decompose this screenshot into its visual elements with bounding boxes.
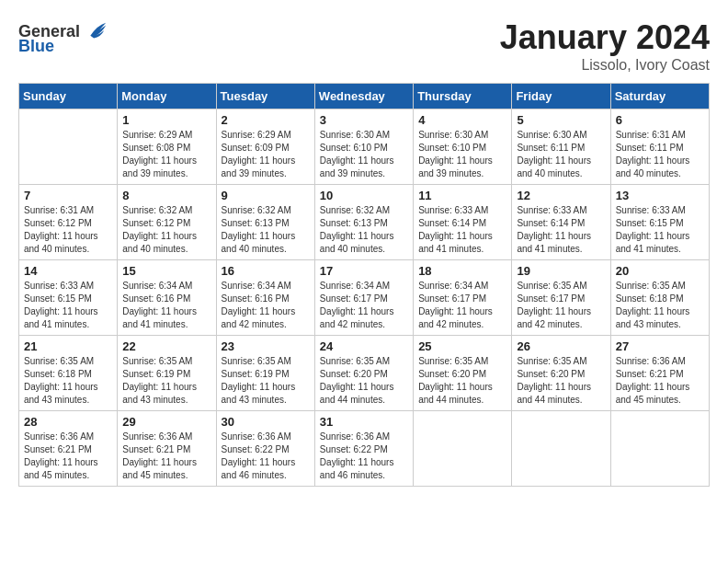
calendar-week-3: 14Sunrise: 6:33 AMSunset: 6:15 PMDayligh… <box>19 260 710 336</box>
cell-info-text: Sunrise: 6:35 AMSunset: 6:20 PMDaylight:… <box>418 355 506 407</box>
weekday-header-monday: Monday <box>118 84 216 109</box>
cell-info-text: Sunrise: 6:35 AMSunset: 6:19 PMDaylight:… <box>122 355 210 407</box>
cell-day-number: 17 <box>320 264 408 278</box>
cell-info-text: Sunrise: 6:36 AMSunset: 6:21 PMDaylight:… <box>616 355 704 407</box>
cell-day-number: 18 <box>418 264 506 278</box>
table-row: 18Sunrise: 6:34 AMSunset: 6:17 PMDayligh… <box>414 260 512 336</box>
cell-info-text: Sunrise: 6:36 AMSunset: 6:21 PMDaylight:… <box>122 431 210 482</box>
table-row: 19Sunrise: 6:35 AMSunset: 6:17 PMDayligh… <box>512 260 610 336</box>
table-row <box>610 411 709 487</box>
table-row: 16Sunrise: 6:34 AMSunset: 6:16 PMDayligh… <box>216 260 314 336</box>
cell-info-text: Sunrise: 6:34 AMSunset: 6:17 PMDaylight:… <box>418 280 506 331</box>
weekday-header-thursday: Thursday <box>414 84 512 109</box>
cell-info-text: Sunrise: 6:32 AMSunset: 6:12 PMDaylight:… <box>122 204 210 256</box>
table-row: 5Sunrise: 6:30 AMSunset: 6:11 PMDaylight… <box>512 109 610 185</box>
calendar-week-2: 7Sunrise: 6:31 AMSunset: 6:12 PMDaylight… <box>19 185 710 260</box>
weekday-header-sunday: Sunday <box>19 84 118 109</box>
cell-info-text: Sunrise: 6:29 AMSunset: 6:08 PMDaylight:… <box>122 129 210 180</box>
weekday-header-wednesday: Wednesday <box>314 84 413 109</box>
table-row: 11Sunrise: 6:33 AMSunset: 6:14 PMDayligh… <box>414 185 512 260</box>
cell-info-text: Sunrise: 6:33 AMSunset: 6:14 PMDaylight:… <box>517 204 605 256</box>
cell-day-number: 11 <box>418 189 506 202</box>
table-row: 12Sunrise: 6:33 AMSunset: 6:14 PMDayligh… <box>512 185 610 260</box>
table-row: 1Sunrise: 6:29 AMSunset: 6:08 PMDaylight… <box>118 109 216 185</box>
table-row: 21Sunrise: 6:35 AMSunset: 6:18 PMDayligh… <box>19 336 118 411</box>
weekday-header-tuesday: Tuesday <box>216 84 314 109</box>
calendar-header: SundayMondayTuesdayWednesdayThursdayFrid… <box>19 84 710 109</box>
table-row: 20Sunrise: 6:35 AMSunset: 6:18 PMDayligh… <box>610 260 709 336</box>
cell-day-number: 22 <box>122 339 210 353</box>
calendar-week-1: 1Sunrise: 6:29 AMSunset: 6:08 PMDaylight… <box>19 109 710 185</box>
cell-day-number: 29 <box>122 415 210 429</box>
cell-day-number: 26 <box>517 339 605 353</box>
cell-info-text: Sunrise: 6:31 AMSunset: 6:12 PMDaylight:… <box>24 204 112 256</box>
cell-info-text: Sunrise: 6:34 AMSunset: 6:16 PMDaylight:… <box>122 280 210 331</box>
calendar-week-5: 28Sunrise: 6:36 AMSunset: 6:21 PMDayligh… <box>19 411 710 487</box>
cell-info-text: Sunrise: 6:33 AMSunset: 6:15 PMDaylight:… <box>24 280 112 331</box>
cell-day-number: 25 <box>418 339 506 353</box>
table-row: 6Sunrise: 6:31 AMSunset: 6:11 PMDaylight… <box>610 109 709 185</box>
cell-day-number: 2 <box>222 113 310 127</box>
cell-info-text: Sunrise: 6:35 AMSunset: 6:18 PMDaylight:… <box>616 280 704 331</box>
cell-info-text: Sunrise: 6:32 AMSunset: 6:13 PMDaylight:… <box>320 204 408 256</box>
cell-info-text: Sunrise: 6:33 AMSunset: 6:14 PMDaylight:… <box>418 204 506 256</box>
cell-day-number: 16 <box>222 264 310 278</box>
table-row: 14Sunrise: 6:33 AMSunset: 6:15 PMDayligh… <box>19 260 118 336</box>
cell-info-text: Sunrise: 6:31 AMSunset: 6:11 PMDaylight:… <box>616 129 704 180</box>
cell-info-text: Sunrise: 6:30 AMSunset: 6:11 PMDaylight:… <box>517 129 605 180</box>
table-row: 9Sunrise: 6:32 AMSunset: 6:13 PMDaylight… <box>216 185 314 260</box>
cell-day-number: 19 <box>517 264 605 278</box>
table-row: 25Sunrise: 6:35 AMSunset: 6:20 PMDayligh… <box>414 336 512 411</box>
cell-info-text: Sunrise: 6:35 AMSunset: 6:17 PMDaylight:… <box>517 280 605 331</box>
cell-day-number: 12 <box>517 189 605 202</box>
page-header: General Blue January 2024 Lissolo, Ivory… <box>18 18 710 74</box>
table-row: 29Sunrise: 6:36 AMSunset: 6:21 PMDayligh… <box>118 411 216 487</box>
cell-day-number: 4 <box>418 113 506 127</box>
table-row: 31Sunrise: 6:36 AMSunset: 6:22 PMDayligh… <box>314 411 413 487</box>
cell-day-number: 21 <box>24 339 112 353</box>
table-row <box>512 411 610 487</box>
cell-day-number: 5 <box>517 113 605 127</box>
cell-day-number: 30 <box>222 415 310 429</box>
cell-info-text: Sunrise: 6:36 AMSunset: 6:21 PMDaylight:… <box>24 431 112 482</box>
cell-day-number: 1 <box>122 113 210 127</box>
cell-info-text: Sunrise: 6:34 AMSunset: 6:16 PMDaylight:… <box>222 280 310 331</box>
table-row <box>414 411 512 487</box>
cell-day-number: 7 <box>24 189 112 202</box>
table-row: 15Sunrise: 6:34 AMSunset: 6:16 PMDayligh… <box>118 260 216 336</box>
table-row: 4Sunrise: 6:30 AMSunset: 6:10 PMDaylight… <box>414 109 512 185</box>
table-row: 2Sunrise: 6:29 AMSunset: 6:09 PMDaylight… <box>216 109 314 185</box>
cell-info-text: Sunrise: 6:33 AMSunset: 6:15 PMDaylight:… <box>616 204 704 256</box>
table-row: 8Sunrise: 6:32 AMSunset: 6:12 PMDaylight… <box>118 185 216 260</box>
cell-day-number: 8 <box>122 189 210 202</box>
cell-info-text: Sunrise: 6:36 AMSunset: 6:22 PMDaylight:… <box>320 431 408 482</box>
cell-day-number: 20 <box>616 264 704 278</box>
logo: General Blue <box>18 18 108 56</box>
weekday-header-saturday: Saturday <box>610 84 709 109</box>
cell-day-number: 10 <box>320 189 408 202</box>
cell-day-number: 13 <box>616 189 704 202</box>
table-row: 3Sunrise: 6:30 AMSunset: 6:10 PMDaylight… <box>314 109 413 185</box>
cell-info-text: Sunrise: 6:35 AMSunset: 6:18 PMDaylight:… <box>24 355 112 407</box>
cell-day-number: 28 <box>24 415 112 429</box>
calendar-body: 1Sunrise: 6:29 AMSunset: 6:08 PMDaylight… <box>19 109 710 487</box>
cell-day-number: 24 <box>320 339 408 353</box>
weekday-header-friday: Friday <box>512 84 610 109</box>
table-row: 10Sunrise: 6:32 AMSunset: 6:13 PMDayligh… <box>314 185 413 260</box>
cell-day-number: 15 <box>122 264 210 278</box>
cell-info-text: Sunrise: 6:30 AMSunset: 6:10 PMDaylight:… <box>418 129 506 180</box>
table-row: 24Sunrise: 6:35 AMSunset: 6:20 PMDayligh… <box>314 336 413 411</box>
calendar-week-4: 21Sunrise: 6:35 AMSunset: 6:18 PMDayligh… <box>19 336 710 411</box>
table-row: 17Sunrise: 6:34 AMSunset: 6:17 PMDayligh… <box>314 260 413 336</box>
cell-info-text: Sunrise: 6:34 AMSunset: 6:17 PMDaylight:… <box>320 280 408 331</box>
table-row: 23Sunrise: 6:35 AMSunset: 6:19 PMDayligh… <box>216 336 314 411</box>
table-row: 22Sunrise: 6:35 AMSunset: 6:19 PMDayligh… <box>118 336 216 411</box>
calendar-table: SundayMondayTuesdayWednesdayThursdayFrid… <box>18 83 710 487</box>
table-row <box>19 109 118 185</box>
cell-day-number: 14 <box>24 264 112 278</box>
cell-info-text: Sunrise: 6:35 AMSunset: 6:20 PMDaylight:… <box>320 355 408 407</box>
cell-info-text: Sunrise: 6:36 AMSunset: 6:22 PMDaylight:… <box>222 431 310 482</box>
cell-day-number: 9 <box>222 189 310 202</box>
logo-blue-text: Blue <box>18 37 54 56</box>
table-row: 26Sunrise: 6:35 AMSunset: 6:20 PMDayligh… <box>512 336 610 411</box>
